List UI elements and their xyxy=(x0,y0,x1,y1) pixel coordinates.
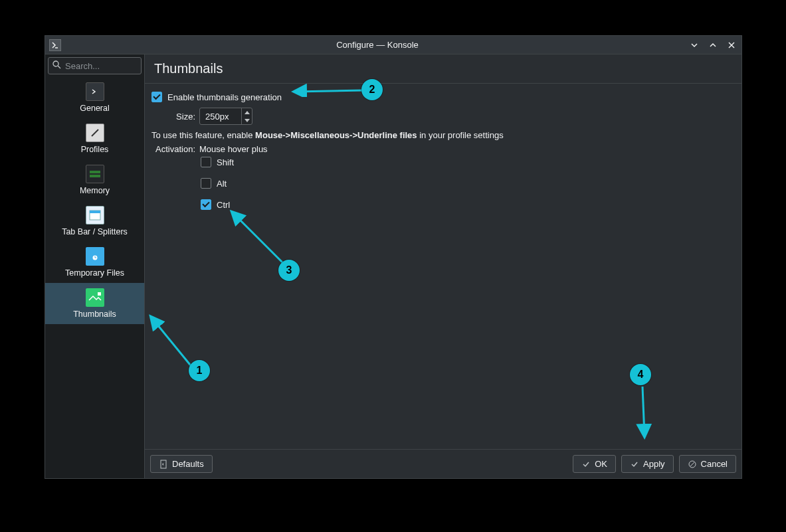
sidebar-item-label: Tab Bar / Splitters xyxy=(62,227,128,236)
terminal-icon xyxy=(86,82,104,101)
svg-rect-9 xyxy=(90,211,100,213)
sidebar-item-profiles[interactable]: Profiles xyxy=(45,118,144,159)
memory-icon xyxy=(86,165,104,183)
svg-line-17 xyxy=(690,462,694,466)
activation-value: Mouse hover plus xyxy=(199,144,735,154)
svg-rect-14 xyxy=(98,292,101,296)
enable-thumbnails-checkbox[interactable] xyxy=(151,92,162,102)
close-button[interactable] xyxy=(726,39,737,51)
document-revert-icon xyxy=(159,460,168,469)
shift-checkbox[interactable] xyxy=(201,157,211,167)
sidebar-item-label: Memory xyxy=(80,186,110,195)
size-value: 250px xyxy=(200,112,241,122)
spin-up-button[interactable] xyxy=(242,108,252,116)
apply-label: Apply xyxy=(643,459,665,469)
sidebar-item-label: Thumbnails xyxy=(73,310,116,319)
size-label: Size: xyxy=(154,112,199,122)
sidebar-item-tabbar[interactable]: Tab Bar / Splitters xyxy=(45,201,144,242)
defaults-label: Defaults xyxy=(172,459,204,469)
svg-line-5 xyxy=(92,130,98,136)
search-icon xyxy=(52,60,61,71)
enable-thumbnails-row: Enable thumbnails generation xyxy=(151,92,735,102)
app-icon xyxy=(49,39,61,51)
activation-label: Activation: xyxy=(154,144,199,154)
sidebar-item-memory[interactable]: Memory xyxy=(45,159,144,201)
help-text: To use this feature, enable Mouse->Misce… xyxy=(151,130,735,140)
cancel-button[interactable]: Cancel xyxy=(679,455,736,473)
sidebar: General Profiles Memory xyxy=(45,54,145,478)
svg-line-4 xyxy=(58,66,60,68)
svg-rect-7 xyxy=(90,175,100,177)
svg-point-3 xyxy=(53,61,58,66)
svg-rect-6 xyxy=(90,171,100,173)
ok-label: OK xyxy=(595,459,607,469)
image-icon xyxy=(86,288,104,307)
search-field[interactable] xyxy=(48,57,142,74)
titlebar[interactable]: Configure — Konsole xyxy=(45,36,741,54)
modifier-list: Shift Alt Ctrl xyxy=(201,157,735,215)
ctrl-label: Ctrl xyxy=(217,200,230,210)
sidebar-item-label: Profiles xyxy=(81,145,109,154)
alt-checkbox[interactable] xyxy=(201,178,211,189)
settings-content: Enable thumbnails generation Size: 250px xyxy=(145,83,741,450)
sidebar-item-label: General xyxy=(80,104,109,113)
annotation-marker-1: 1 xyxy=(189,360,210,381)
sidebar-item-tempfiles[interactable]: Temporary Files xyxy=(45,242,144,283)
ok-button[interactable]: OK xyxy=(573,455,616,473)
sidebar-item-thumbnails[interactable]: Thumbnails xyxy=(45,283,144,324)
check-icon xyxy=(581,460,591,469)
main-panel: Thumbnails Enable thumbnails generation … xyxy=(145,54,741,478)
ctrl-checkbox[interactable] xyxy=(201,199,211,210)
sidebar-item-general[interactable]: General xyxy=(45,77,144,118)
page-title: Thumbnails xyxy=(145,54,741,83)
button-bar: Defaults OK Apply xyxy=(145,450,741,478)
size-spinbox[interactable]: 250px xyxy=(199,108,252,125)
apply-button[interactable]: Apply xyxy=(621,455,674,473)
cancel-label: Cancel xyxy=(701,459,728,469)
annotation-marker-2: 2 xyxy=(361,79,383,100)
sidebar-item-label: Temporary Files xyxy=(65,268,124,278)
help-suffix: in your profile settings xyxy=(417,130,504,140)
annotation-marker-4: 4 xyxy=(630,364,651,385)
window-icon xyxy=(86,206,104,224)
modifier-ctrl-row: Ctrl xyxy=(201,199,735,210)
window-controls xyxy=(688,39,737,51)
modifier-alt-row: Alt xyxy=(201,178,735,189)
check-icon xyxy=(630,460,639,469)
brush-icon xyxy=(86,124,104,142)
help-prefix: To use this feature, enable xyxy=(151,130,255,140)
alt-label: Alt xyxy=(217,179,227,189)
annotation-marker-3: 3 xyxy=(278,260,300,281)
folder-clock-icon xyxy=(86,247,104,266)
enable-thumbnails-label: Enable thumbnails generation xyxy=(167,92,282,102)
help-bold: Mouse->Miscellaneous->Underline files xyxy=(255,130,417,140)
configure-dialog: Configure — Konsole xyxy=(45,35,742,479)
maximize-button[interactable] xyxy=(707,39,719,51)
modifier-shift-row: Shift xyxy=(201,157,735,167)
window-title: Configure — Konsole xyxy=(66,40,688,50)
shift-label: Shift xyxy=(217,157,234,167)
sidebar-nav: General Profiles Memory xyxy=(45,77,144,478)
spin-down-button[interactable] xyxy=(242,116,252,124)
defaults-button[interactable]: Defaults xyxy=(150,455,213,473)
minimize-button[interactable] xyxy=(688,39,700,51)
cancel-icon xyxy=(688,460,697,469)
